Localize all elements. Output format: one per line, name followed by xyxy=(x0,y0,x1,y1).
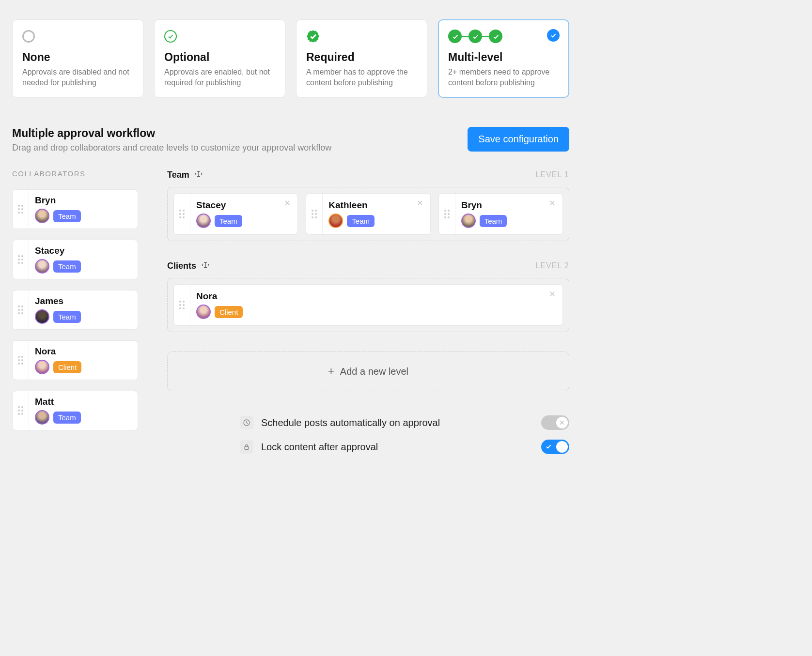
option-desc: A member has to approve the content befo… xyxy=(306,67,417,88)
option-optional[interactable]: Optional Approvals are enabled, but not … xyxy=(154,19,285,98)
drag-handle[interactable] xyxy=(174,194,190,234)
setting-row: Schedule posts automatically on approval… xyxy=(240,415,569,430)
remove-member-button[interactable] xyxy=(548,198,557,207)
section-header: Multiple approval workflow Drag and drop… xyxy=(12,127,569,153)
avatar xyxy=(35,360,49,374)
badge-check-icon xyxy=(306,30,320,43)
collaborators-heading: COLLABORATORS xyxy=(12,169,138,178)
level-number: LEVEL 2 xyxy=(535,261,569,270)
avatar xyxy=(461,214,476,228)
level-number: LEVEL 1 xyxy=(535,170,569,179)
remove-member-button[interactable] xyxy=(283,198,292,207)
level-header: ClientsLEVEL 2 xyxy=(167,260,569,271)
svg-rect-9 xyxy=(245,447,249,450)
option-multi-level[interactable]: Multi-level 2+ members need to approve c… xyxy=(438,19,569,98)
person-name: Bryn xyxy=(461,200,556,211)
drag-handle[interactable] xyxy=(174,285,190,325)
role-tag: Team xyxy=(215,215,242,227)
setting-label: Schedule posts automatically on approval xyxy=(261,417,533,428)
avatar xyxy=(35,410,49,425)
section-title: Multiple approval workflow xyxy=(12,127,331,140)
person-name: Kathleen xyxy=(328,200,423,211)
selected-check-icon xyxy=(547,29,560,42)
level-name: Clients xyxy=(167,261,196,271)
avatar xyxy=(35,309,49,324)
check-outline-icon xyxy=(164,30,177,43)
rename-icon[interactable] xyxy=(201,260,210,271)
level-dropzone[interactable]: NoraClient xyxy=(167,278,569,332)
add-level-label: Add a new level xyxy=(340,366,408,377)
avatar xyxy=(196,305,211,319)
level-header: TeamLEVEL 1 xyxy=(167,169,569,180)
role-tag: Client xyxy=(215,306,243,318)
setting-label: Lock content after approval xyxy=(261,442,533,453)
avatar xyxy=(35,209,49,223)
level-member-card[interactable]: BrynTeam xyxy=(438,193,563,235)
option-title: Optional xyxy=(164,51,275,64)
option-desc: Approvals are disabled and not needed fo… xyxy=(22,67,133,88)
drag-handle[interactable] xyxy=(13,190,29,229)
role-tag: Team xyxy=(53,311,81,323)
person-name: Nora xyxy=(35,346,131,357)
option-title: Required xyxy=(306,51,417,64)
setting-row: Lock content after approval xyxy=(240,440,569,454)
drag-handle[interactable] xyxy=(439,194,455,234)
save-configuration-button[interactable]: Save configuration xyxy=(468,127,569,152)
avatar xyxy=(328,214,343,228)
option-desc: 2+ members need to approve content befor… xyxy=(448,67,559,88)
clock-icon xyxy=(240,416,253,429)
level-member-card[interactable]: KathleenTeam xyxy=(306,193,430,235)
option-none[interactable]: None Approvals are disabled and not need… xyxy=(12,19,143,98)
collaborator-card[interactable]: MattTeam xyxy=(12,391,138,430)
approval-settings: Schedule posts automatically on approval… xyxy=(240,415,569,454)
level-dropzone[interactable]: StaceyTeamKathleenTeamBrynTeam xyxy=(167,187,569,241)
drag-handle[interactable] xyxy=(13,240,29,279)
role-tag: Team xyxy=(347,215,375,227)
option-title: None xyxy=(22,51,133,64)
collaborator-card[interactable]: JamesTeam xyxy=(12,290,138,330)
circle-empty-icon xyxy=(22,30,35,43)
toggle-switch[interactable]: ✕ xyxy=(541,415,569,430)
level-name: Team xyxy=(167,170,189,180)
person-name: James xyxy=(35,296,131,306)
rename-icon[interactable] xyxy=(194,169,203,180)
toggle-switch[interactable] xyxy=(541,440,569,454)
drag-handle[interactable] xyxy=(13,391,29,430)
collaborator-card[interactable]: NoraClient xyxy=(12,340,138,380)
drag-handle[interactable] xyxy=(13,341,29,380)
lock-icon xyxy=(240,440,253,454)
collaborator-card[interactable]: StaceyTeam xyxy=(12,240,138,279)
section-subtitle: Drag and drop collaborators and create l… xyxy=(12,143,331,153)
drag-handle[interactable] xyxy=(306,194,323,234)
avatar xyxy=(196,214,211,228)
multi-check-icon xyxy=(448,30,502,43)
option-desc: Approvals are enabled, but not required … xyxy=(164,67,275,88)
remove-member-button[interactable] xyxy=(416,198,424,207)
role-tag: Team xyxy=(480,215,507,227)
person-name: Nora xyxy=(196,291,556,302)
role-tag: Team xyxy=(53,210,81,222)
person-name: Matt xyxy=(35,397,131,407)
avatar xyxy=(35,259,49,274)
plus-icon: + xyxy=(328,365,334,378)
option-title: Multi-level xyxy=(448,51,559,64)
approval-mode-options: None Approvals are disabled and not need… xyxy=(12,19,569,98)
person-name: Bryn xyxy=(35,195,131,206)
role-tag: Team xyxy=(53,260,81,273)
levels-column: TeamLEVEL 1StaceyTeamKathleenTeamBrynTea… xyxy=(167,169,569,464)
role-tag: Client xyxy=(53,361,81,373)
remove-member-button[interactable] xyxy=(548,290,557,298)
add-level-button[interactable]: + Add a new level xyxy=(167,351,569,391)
option-required[interactable]: Required A member has to approve the con… xyxy=(296,19,427,98)
role-tag: Team xyxy=(53,412,81,424)
person-name: Stacey xyxy=(196,200,291,211)
level-member-card[interactable]: StaceyTeam xyxy=(173,193,298,235)
person-name: Stacey xyxy=(35,245,131,256)
collaborators-column: COLLABORATORS BrynTeamStaceyTeamJamesTea… xyxy=(12,169,138,464)
drag-handle[interactable] xyxy=(13,290,29,329)
level-member-card[interactable]: NoraClient xyxy=(173,284,563,326)
collaborator-card[interactable]: BrynTeam xyxy=(12,189,138,229)
